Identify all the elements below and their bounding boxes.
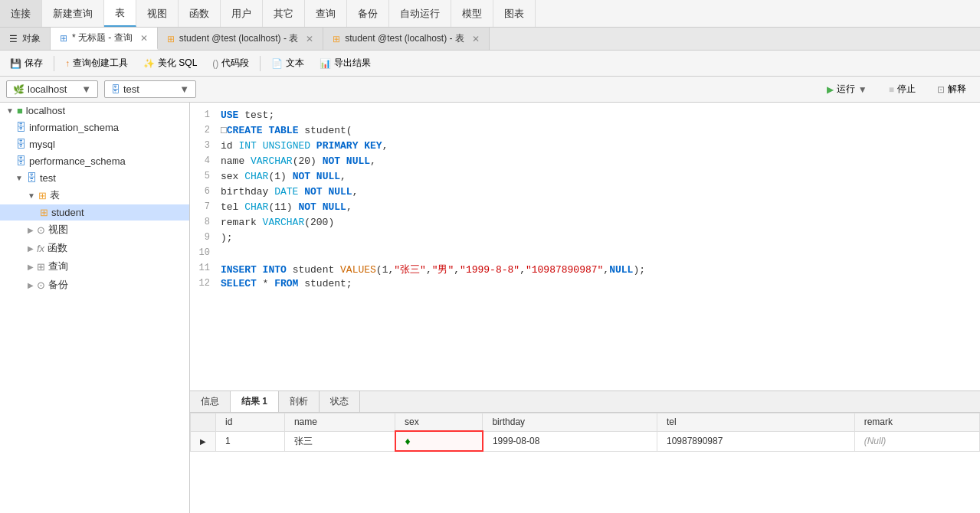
plain-comma4: , bbox=[370, 155, 376, 167]
sidebar-item-information-schema[interactable]: 🗄 information_schema bbox=[0, 119, 189, 136]
menu-table[interactable]: 表 bbox=[104, 0, 136, 27]
menu-function[interactable]: 函数 bbox=[179, 0, 221, 27]
result-tab-status[interactable]: 状态 bbox=[320, 391, 360, 412]
tab-close-icon-3[interactable]: ✕ bbox=[472, 34, 480, 44]
text-button[interactable]: 📄 文本 bbox=[264, 54, 311, 73]
sql-line-4: 4 name VARCHAR(20) NOT NULL, bbox=[190, 155, 980, 170]
host-dropdown-icon: ▼ bbox=[81, 83, 91, 95]
result-tab-profiling[interactable]: 剖析 bbox=[279, 391, 320, 412]
table-icon-2: ⊞ bbox=[333, 34, 340, 44]
sidebar-item-views[interactable]: ▶ ⊙ 视图 bbox=[0, 221, 189, 239]
kw-from: FROM bbox=[274, 278, 304, 289]
server-icon: ■ bbox=[17, 105, 23, 116]
menu-chart[interactable]: 图表 bbox=[493, 0, 536, 27]
code-snippet-button[interactable]: () 代码段 bbox=[205, 54, 256, 73]
queries-icon: ⊞ bbox=[37, 261, 45, 273]
kw-nn-sex: NOT NULL bbox=[293, 171, 340, 182]
results-table-wrap: id name sex birthday tel remark ▶ 1 张三 bbox=[190, 413, 980, 513]
sidebar-item-test[interactable]: ▼ 🗄 test bbox=[0, 169, 189, 186]
sidebar-item-perf-schema[interactable]: 🗄 performance_schema bbox=[0, 152, 189, 169]
fn-values: VALUES bbox=[340, 264, 376, 276]
tab-student2[interactable]: ⊞ student @test (localhost) - 表 ✕ bbox=[323, 28, 490, 50]
row-arrow-icon: ▶ bbox=[200, 437, 206, 446]
menu-backup[interactable]: 备份 bbox=[347, 0, 389, 27]
kw-nn-name: NOT NULL bbox=[323, 155, 370, 167]
tab-query[interactable]: ⊞ * 无标题 - 查询 ✕ bbox=[51, 28, 158, 50]
null-value: (Null) bbox=[864, 436, 887, 446]
run-button[interactable]: ▶ 运行 ▼ bbox=[819, 80, 875, 98]
line-content-6: birthday DATE NOT NULL, bbox=[218, 186, 980, 198]
kw-nn-birthday: NOT NULL bbox=[304, 186, 352, 198]
query-build-button[interactable]: ↑ 查询创建工具 bbox=[58, 54, 135, 73]
kw-table: TABLE bbox=[268, 125, 304, 136]
sidebar-item-queries[interactable]: ▶ ⊞ 查询 bbox=[0, 257, 189, 276]
save-button[interactable]: 💾 保存 bbox=[3, 54, 50, 73]
sidebar-functions-label: 函数 bbox=[48, 241, 67, 255]
db-icon-info: 🗄 bbox=[15, 121, 26, 133]
menu-query[interactable]: 查询 bbox=[305, 0, 347, 27]
result-tab-info[interactable]: 信息 bbox=[190, 391, 231, 412]
views-icon: ⊙ bbox=[37, 224, 45, 236]
menu-auto-run[interactable]: 自动运行 bbox=[389, 0, 451, 27]
host-selector[interactable]: 🌿 localhost ▼ bbox=[6, 80, 98, 98]
explain-button[interactable]: ⊡ 解释 bbox=[929, 80, 974, 98]
export-button[interactable]: 📊 导出结果 bbox=[313, 54, 378, 73]
tab-query-label: * 无标题 - 查询 bbox=[72, 31, 133, 44]
run-icon: ▶ bbox=[827, 84, 834, 95]
line-num-5: 5 bbox=[190, 171, 218, 181]
type-date: DATE bbox=[274, 186, 304, 198]
sql-line-8: 8 remark VARCHAR(200) bbox=[190, 216, 980, 231]
str-date: "1999-8-8" bbox=[460, 264, 519, 276]
sql-line-2: 2 □CREATE TABLE student( bbox=[190, 124, 980, 139]
line-num-10: 10 bbox=[190, 247, 218, 258]
plain-200: (200) bbox=[304, 217, 334, 228]
stop-button[interactable]: ■ 停止 bbox=[881, 80, 923, 98]
results-header-row: id name sex birthday tel remark bbox=[191, 413, 980, 432]
db-selector[interactable]: 🗄 test ▼ bbox=[104, 80, 196, 98]
tab-close-icon-2[interactable]: ✕ bbox=[306, 34, 313, 44]
beautify-button[interactable]: ✨ 美化 SQL bbox=[136, 54, 204, 73]
plain-birthday: birthday bbox=[221, 186, 274, 198]
str-zhangsan: "张三" bbox=[394, 264, 426, 276]
plain-open-paren: (1, bbox=[376, 264, 394, 276]
menu-connect[interactable]: 连接 bbox=[0, 0, 42, 27]
sidebar-item-functions[interactable]: ▶ fx 函数 bbox=[0, 239, 189, 257]
sidebar-item-mysql[interactable]: 🗄 mysql bbox=[0, 136, 189, 152]
kw-pk: PRIMARY KEY bbox=[316, 140, 382, 152]
menu-user[interactable]: 用户 bbox=[221, 0, 263, 27]
menu-view[interactable]: 视图 bbox=[136, 0, 179, 27]
sql-editor[interactable]: 1 USE test; 2 □CREATE TABLE student( 3 bbox=[190, 103, 980, 390]
col-header-birthday: birthday bbox=[483, 413, 657, 432]
save-label: 保存 bbox=[25, 57, 43, 70]
sidebar-item-tables-folder[interactable]: ▼ ⊞ 表 bbox=[0, 186, 189, 204]
menu-new-query[interactable]: 新建查询 bbox=[42, 0, 104, 27]
line-num-7: 7 bbox=[190, 201, 218, 212]
plain-comma-ins2: , bbox=[454, 264, 460, 276]
expand-icon-test: ▼ bbox=[15, 174, 23, 182]
sidebar-item-student[interactable]: ⊞ student bbox=[0, 204, 189, 221]
tab-object-label: 对象 bbox=[22, 32, 41, 45]
tab-close-icon[interactable]: ✕ bbox=[140, 33, 148, 44]
menu-model[interactable]: 模型 bbox=[451, 0, 493, 27]
tab-student1-label: student @test (localhost) - 表 bbox=[179, 32, 299, 45]
kw-nn-tel: NOT NULL bbox=[298, 201, 346, 213]
sidebar-perf-schema-label: performance_schema bbox=[29, 155, 126, 167]
col-header-remark: remark bbox=[854, 413, 979, 432]
menu-other[interactable]: 其它 bbox=[263, 0, 305, 27]
tab-student1[interactable]: ⊞ student @test (localhost) - 表 ✕ bbox=[158, 28, 324, 50]
result-tab-result1[interactable]: 结果 1 bbox=[231, 391, 279, 412]
sidebar-queries-label: 查询 bbox=[48, 260, 68, 273]
line-content-2: □CREATE TABLE student( bbox=[218, 125, 980, 136]
main-layout: ▼ ■ localhost 🗄 information_schema 🗄 mys… bbox=[0, 103, 980, 513]
expand-icon: ▼ bbox=[6, 106, 14, 115]
sidebar: ▼ ■ localhost 🗄 information_schema 🗄 mys… bbox=[0, 103, 190, 513]
tab-object[interactable]: ☰ 对象 bbox=[0, 28, 51, 50]
sidebar-item-localhost[interactable]: ▼ ■ localhost bbox=[0, 103, 189, 119]
diamond-icon: ♦ bbox=[405, 435, 411, 447]
host-icon: 🌿 bbox=[13, 84, 25, 95]
sidebar-item-backup[interactable]: ▶ ⊙ 备份 bbox=[0, 276, 189, 294]
export-label: 导出结果 bbox=[334, 57, 371, 70]
line-content-12: SELECT * FROM student; bbox=[218, 278, 980, 289]
toolbar: 💾 保存 ↑ 查询创建工具 ✨ 美化 SQL () 代码段 📄 文本 📊 导出结… bbox=[0, 51, 980, 77]
plain-comma6: , bbox=[352, 186, 359, 198]
